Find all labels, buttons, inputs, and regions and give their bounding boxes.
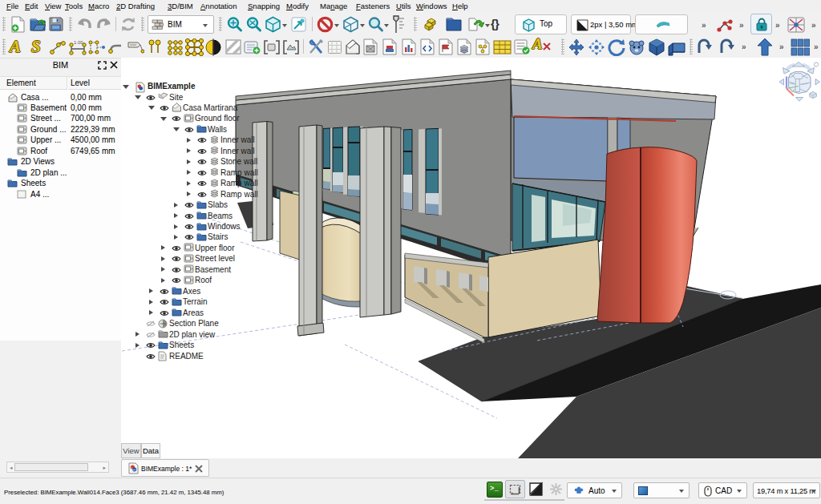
svg-text:1.00: 1.00 (74, 40, 83, 45)
